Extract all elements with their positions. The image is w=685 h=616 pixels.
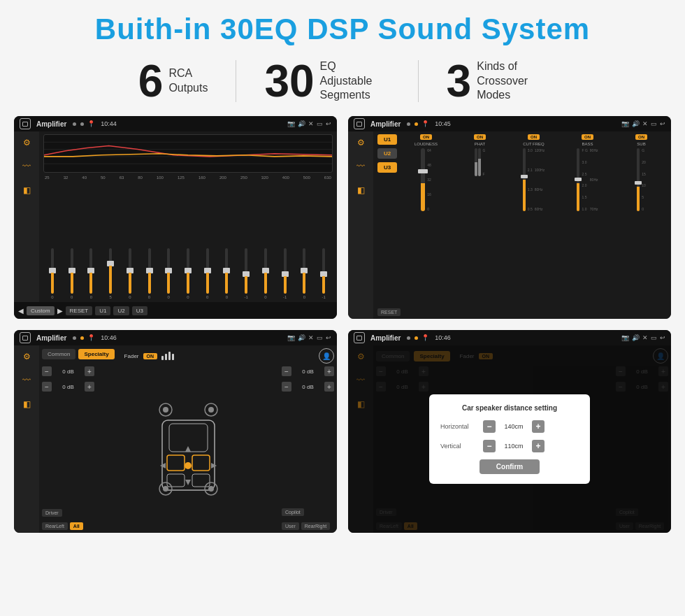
fader-minus-2[interactable]: − <box>42 382 52 392</box>
btn-copilot[interactable]: Copilot <box>282 508 304 516</box>
dialog-horizontal-label: Horizontal <box>440 423 479 430</box>
eq-track-6[interactable] <box>167 248 170 294</box>
eq-track-2[interactable] <box>89 248 92 294</box>
eq-track-11[interactable] <box>264 248 267 294</box>
fader-bottom-left: Driver <box>42 509 94 517</box>
eq-track-3[interactable] <box>109 248 112 294</box>
tab-common[interactable]: Common <box>42 349 75 359</box>
back-icon-3[interactable]: ↩ <box>326 334 331 341</box>
dialog-vertical-minus[interactable]: − <box>483 440 496 452</box>
eq-u1[interactable]: U1 <box>95 306 110 315</box>
btn-rearright[interactable]: RearRight <box>301 522 331 530</box>
amp-preset-u1[interactable]: U1 <box>377 134 397 145</box>
screen-fader: Amplifier 📍 10:46 📷 🔊 ✕ ▭ ↩ ⚙ 〰 <box>14 330 337 533</box>
eq-track-4[interactable] <box>129 248 131 294</box>
battery-icon-3: ▭ <box>317 334 323 341</box>
freq-200: 200 <box>219 176 226 180</box>
amp-preset-u3[interactable]: U3 <box>377 162 397 173</box>
dot-6 <box>80 336 84 340</box>
eq-filter-icon[interactable]: ⚙ <box>20 136 34 150</box>
status-icons-3: 📷 🔊 ✕ ▭ ↩ <box>287 334 331 341</box>
eq-track-10[interactable] <box>245 248 247 294</box>
dialog-horizontal-minus[interactable]: − <box>483 420 496 433</box>
fader-content: Common Specialty Fader ON <box>39 345 337 533</box>
home-icon-1[interactable] <box>20 118 31 129</box>
fader-filter-icon[interactable]: ⚙ <box>20 350 34 364</box>
eq-fill-13 <box>303 273 305 294</box>
eq-val-14: -1 <box>322 295 325 299</box>
eq-track-14[interactable] <box>322 248 325 294</box>
eq-val-9: 0 <box>226 295 228 299</box>
fader-plus-3[interactable]: + <box>324 366 334 376</box>
btn-rearleft[interactable]: RearLeft <box>42 522 68 530</box>
eq-prev[interactable]: ◀ <box>18 307 24 315</box>
fader-plus-1[interactable]: + <box>85 366 94 376</box>
dialog-horizontal-plus[interactable]: + <box>532 420 545 433</box>
battery-icon-2: ▭ <box>651 120 657 127</box>
fader-plus-2[interactable]: + <box>85 382 94 392</box>
dialog-title: Car speaker distance setting <box>440 404 579 412</box>
fader-wave-icon[interactable]: 〰 <box>20 373 34 387</box>
loudness-on[interactable]: ON <box>420 134 432 140</box>
amp-preset-u2[interactable]: U2 <box>377 148 397 159</box>
dialog-horizontal-row: Horizontal − 140cm + <box>440 420 579 433</box>
eq-track-13[interactable] <box>303 248 305 294</box>
btn-user[interactable]: User <box>282 522 299 530</box>
amp-filter-icon[interactable]: ⚙ <box>354 136 368 150</box>
screens-grid: Amplifier 📍 10:44 📷 🔊 ✕ ▭ ↩ ⚙ 〰 <box>14 116 671 533</box>
eq-track-9[interactable] <box>225 248 228 294</box>
eq-fill-5 <box>148 273 151 294</box>
confirm-button[interactable]: Confirm <box>480 459 540 474</box>
eq-reset[interactable]: RESET <box>66 306 93 315</box>
bass-on[interactable]: ON <box>582 134 593 140</box>
eq-fill-8 <box>206 273 209 294</box>
eq-wave-icon[interactable]: 〰 <box>20 159 34 173</box>
btn-all[interactable]: All <box>70 522 83 530</box>
dialog-vertical-plus[interactable]: + <box>532 440 545 452</box>
tab-specialty[interactable]: Specialty <box>78 349 114 359</box>
fader-minus-1[interactable]: − <box>42 366 52 376</box>
home-icon-2[interactable] <box>354 118 365 129</box>
fader-person-icon[interactable]: 👤 <box>319 348 334 364</box>
freq-400: 400 <box>282 176 289 180</box>
eq-track-1[interactable] <box>71 248 73 294</box>
eq-track-7[interactable] <box>187 248 189 294</box>
home-icon-3[interactable] <box>20 332 31 343</box>
fader-minus-3[interactable]: − <box>282 366 291 376</box>
loudness-thumb[interactable] <box>418 169 428 173</box>
eq-vol-icon[interactable]: ◧ <box>20 183 34 197</box>
loudness-slider[interactable] <box>421 148 425 211</box>
back-icon-2[interactable]: ↩ <box>660 120 665 127</box>
eq-val-10: -1 <box>245 295 248 299</box>
fader-on[interactable]: ON <box>143 353 158 359</box>
phat-on[interactable]: ON <box>474 134 486 140</box>
eq-preset-custom[interactable]: Custom <box>27 306 55 315</box>
time-3: 10:46 <box>101 334 117 341</box>
back-icon-1[interactable]: ↩ <box>326 120 331 127</box>
sub-on[interactable]: ON <box>635 134 647 140</box>
fader-minus-4[interactable]: − <box>282 382 291 392</box>
time-1: 10:44 <box>101 120 117 127</box>
amp-wave-icon[interactable]: 〰 <box>354 159 368 173</box>
eq-track-0[interactable] <box>51 248 54 294</box>
eq-track-5[interactable] <box>148 248 151 294</box>
screen-title-1: Amplifier <box>36 120 66 128</box>
eq-u2[interactable]: U2 <box>113 306 129 315</box>
cutfreq-on[interactable]: ON <box>528 134 540 140</box>
home-icon-4[interactable] <box>354 332 365 343</box>
eq-u3[interactable]: U3 <box>132 306 147 315</box>
freq-320: 320 <box>261 176 268 180</box>
btn-driver[interactable]: Driver <box>42 509 62 517</box>
time-4: 10:46 <box>435 334 451 341</box>
back-icon-4[interactable]: ↩ <box>660 334 665 341</box>
amp-reset[interactable]: RESET <box>377 308 401 316</box>
fader-plus-4[interactable]: + <box>324 382 334 392</box>
eq-track-8[interactable] <box>206 248 209 294</box>
fader-vol-icon[interactable]: ◧ <box>20 397 34 411</box>
eq-track-12[interactable] <box>284 248 287 294</box>
eq-val-0: 0 <box>51 295 53 299</box>
dialog-confirm-row: Confirm <box>440 459 579 474</box>
eq-val-11: 0 <box>264 295 266 299</box>
eq-next[interactable]: ▶ <box>57 307 63 315</box>
amp-vol-icon[interactable]: ◧ <box>354 183 368 197</box>
